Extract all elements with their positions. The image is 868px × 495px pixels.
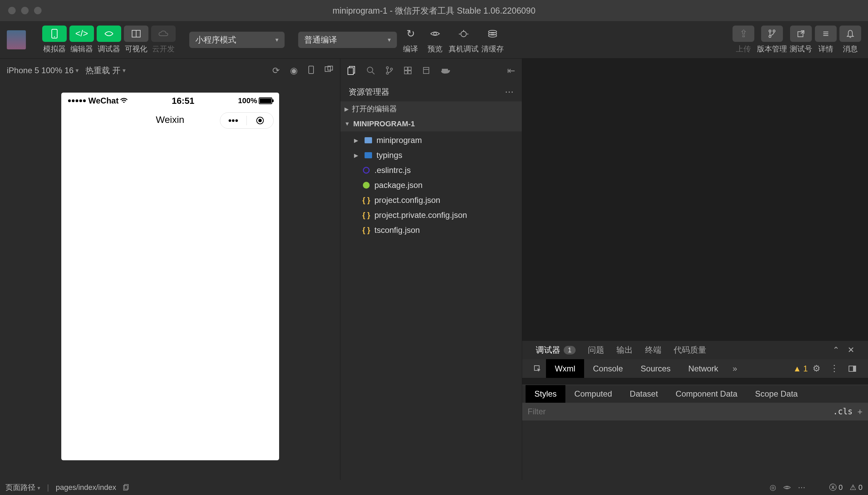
editor-area[interactable] (522, 59, 868, 340)
debugger-toggle[interactable]: 调试器 (97, 26, 121, 54)
external-icon (790, 26, 812, 42)
warning-count[interactable]: ⚠0 (850, 483, 863, 492)
tab-console[interactable]: Console (584, 359, 632, 378)
styles-filter-row: .cls + (522, 403, 868, 420)
tab-network[interactable]: Network (679, 359, 727, 378)
preview-button[interactable]: 预览 (424, 26, 446, 54)
tab-wxml[interactable]: Wxml (546, 359, 584, 378)
more-icon[interactable]: ⋯ (505, 87, 514, 97)
popout-icon[interactable] (324, 65, 333, 76)
notify-button[interactable]: 消息 (839, 26, 861, 54)
tab-component-data[interactable]: Component Data (667, 385, 746, 403)
tab-terminal[interactable]: 终端 (645, 345, 661, 355)
svg-point-13 (769, 35, 771, 37)
tree-file[interactable]: { } tsconfig.json (340, 223, 522, 238)
version-button[interactable]: 版本管理 (757, 26, 787, 54)
svg-rect-34 (853, 366, 856, 371)
docker-icon[interactable] (440, 67, 451, 74)
collapse-icon[interactable]: ⇤ (507, 65, 515, 76)
tree-file[interactable]: package.json (340, 178, 522, 193)
tab-styles[interactable]: Styles (526, 385, 565, 403)
inspect-icon[interactable] (529, 365, 546, 372)
warning-count[interactable]: ▲ 1 (793, 364, 808, 373)
editor-toggle[interactable]: </> 编辑器 (69, 26, 94, 54)
visual-toggle[interactable]: 可视化 (124, 26, 148, 54)
eslint-icon (362, 167, 370, 174)
tab-problems[interactable]: 问题 (588, 345, 604, 355)
tab-output[interactable]: 输出 (616, 345, 633, 355)
simulator-toggle[interactable]: 模拟器 (42, 26, 67, 54)
gear-icon[interactable]: ⚙ (808, 363, 825, 374)
compile-button[interactable]: ↻ 编译 (400, 26, 421, 54)
tree-file[interactable]: { } project.private.config.json (340, 208, 522, 223)
copy-icon[interactable] (123, 484, 129, 491)
tab-dataset[interactable]: Dataset (621, 385, 667, 403)
more-tabs-icon[interactable]: » (727, 364, 742, 373)
compile-mode-dropdown[interactable]: 普通编译 ▾ (298, 32, 397, 48)
device-selector[interactable]: iPhone 5 100% 16▾ (7, 66, 79, 75)
activitybar: ⇤ (340, 59, 522, 82)
svg-rect-26 (404, 67, 407, 70)
styles-filter-input[interactable] (528, 407, 828, 416)
svg-rect-29 (408, 71, 411, 74)
tab-computed[interactable]: Computed (565, 385, 621, 403)
phone-simulator[interactable]: WeChat 16:51 100% Weixin ••• (61, 93, 279, 460)
user-avatar[interactable] (7, 30, 26, 49)
chevron-right-icon: ▶ (354, 152, 360, 159)
current-page-path[interactable]: pages/index/index (56, 483, 116, 492)
capsule-menu-icon[interactable]: ••• (220, 115, 247, 126)
folder-ts-icon (364, 152, 372, 158)
page-path-label[interactable]: 页面路径 ▾ (5, 482, 40, 493)
chevron-up-icon[interactable]: ⌃ (833, 345, 839, 355)
real-debug-button[interactable]: 真机调试 (449, 26, 479, 54)
files-icon[interactable] (347, 66, 356, 75)
more-icon[interactable]: ⋯ (798, 483, 805, 492)
tree-file[interactable]: { } project.config.json (340, 193, 522, 208)
status-bar: 页面路径 ▾ | pages/index/index ◎ ⋯ ⓧ0 ⚠0 (0, 480, 868, 495)
chevron-right-icon: ▶ (344, 106, 349, 112)
details-button[interactable]: ≡ 详情 (815, 26, 837, 54)
svg-point-23 (386, 67, 388, 69)
device-icon[interactable] (308, 65, 314, 76)
warning-icon: ⚠ (850, 483, 856, 492)
capsule-close-icon[interactable] (247, 117, 273, 124)
svg-point-24 (386, 72, 388, 74)
open-editors-section[interactable]: ▶ 打开的编辑器 (340, 101, 522, 116)
testid-button[interactable]: 测试号 (790, 26, 812, 54)
close-icon[interactable]: ✕ (848, 345, 854, 355)
error-count[interactable]: ⓧ0 (829, 482, 843, 493)
upload-button[interactable]: ⇪ 上传 (733, 26, 754, 54)
hot-reload-toggle[interactable]: 热重载 开▾ (85, 65, 126, 76)
project-section[interactable]: ▼ MINIPROGRAM-1 (340, 116, 522, 131)
tab-sources[interactable]: Sources (632, 359, 679, 378)
search-icon[interactable] (366, 66, 375, 75)
git-icon[interactable] (385, 66, 393, 75)
database-icon[interactable] (422, 66, 430, 75)
tab-debugger[interactable]: 调试器 1 (536, 345, 576, 355)
tree-folder[interactable]: ▶ miniprogram (340, 133, 522, 148)
tree-file[interactable]: .eslintrc.js (340, 163, 522, 178)
add-style-icon[interactable]: + (857, 406, 863, 417)
program-mode-dropdown[interactable]: 小程序模式 ▾ (189, 32, 285, 48)
phone-nav-bar: Weixin ••• (61, 109, 279, 131)
extensions-icon[interactable] (404, 66, 412, 75)
cloud-dev[interactable]: 云开发 (151, 26, 176, 54)
target-icon[interactable]: ◎ (770, 483, 776, 492)
cls-toggle[interactable]: .cls (828, 407, 857, 416)
svg-rect-27 (408, 67, 411, 70)
kebab-icon[interactable]: ⋮ (825, 363, 843, 374)
svg-point-14 (773, 30, 775, 32)
clear-cache-button[interactable]: 清缓存 (481, 26, 504, 54)
svg-point-5 (461, 31, 466, 37)
refresh-sim-icon[interactable]: ⟳ (272, 65, 280, 76)
capsule-button[interactable]: ••• (220, 112, 274, 129)
branch-icon (761, 26, 783, 42)
record-icon[interactable]: ◉ (290, 65, 298, 76)
dock-icon[interactable] (843, 365, 861, 372)
tree-folder[interactable]: ▶ typings (340, 148, 522, 163)
folder-icon (364, 137, 372, 143)
tab-quality[interactable]: 代码质量 (674, 345, 706, 355)
eye-icon[interactable] (783, 485, 791, 490)
refresh-icon: ↻ (400, 26, 421, 42)
tab-scope-data[interactable]: Scope Data (746, 385, 806, 403)
